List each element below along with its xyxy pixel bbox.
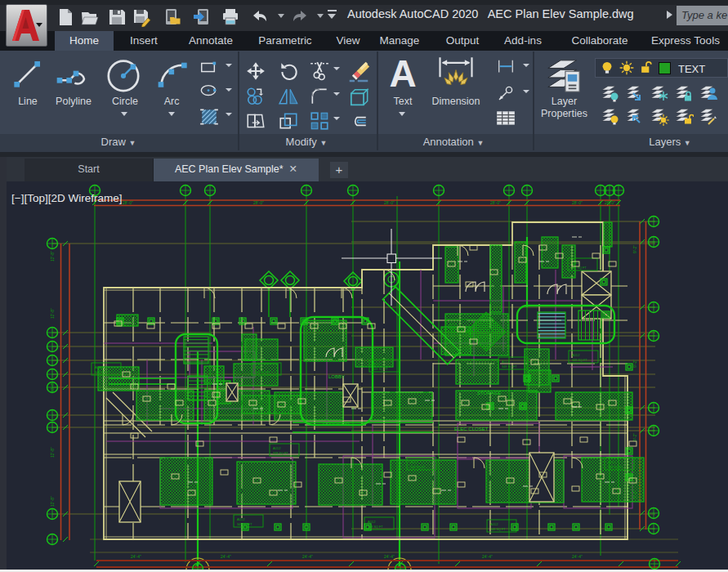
svg-text:24'-4": 24'-4" bbox=[131, 554, 141, 559]
svg-text:28'-0": 28'-0" bbox=[123, 200, 133, 205]
svg-text:ELEC CLOSET: ELEC CLOSET bbox=[454, 427, 489, 431]
svg-text:24'-4": 24'-4" bbox=[302, 554, 313, 559]
svg-text:A112: A112 bbox=[368, 520, 376, 524]
svg-text:348 SQ FT: 348 SQ FT bbox=[255, 371, 270, 374]
svg-text:24'-4": 24'-4" bbox=[482, 554, 493, 559]
svg-text:12'-8": 12'-8" bbox=[50, 382, 55, 392]
svg-text:28'-0": 28'-0" bbox=[572, 200, 583, 205]
svg-text:28'-0": 28'-0" bbox=[490, 200, 501, 205]
svg-text:9'-2": 9'-2" bbox=[632, 433, 637, 441]
svg-text:A112: A112 bbox=[490, 522, 498, 526]
svg-text:24'-4": 24'-4" bbox=[572, 554, 583, 559]
svg-text:28'-0": 28'-0" bbox=[605, 200, 615, 205]
svg-text:A112: A112 bbox=[410, 460, 418, 464]
svg-text:24'-4": 24'-4" bbox=[384, 554, 395, 559]
svg-text:A112: A112 bbox=[255, 365, 263, 369]
svg-text:[−][Top][2D Wireframe]: [−][Top][2D Wireframe] bbox=[11, 192, 122, 204]
svg-text:348 SQ FT: 348 SQ FT bbox=[373, 368, 388, 371]
svg-text:A112: A112 bbox=[449, 322, 458, 326]
svg-text:9'-2": 9'-2" bbox=[632, 245, 637, 253]
svg-text:348 SQ FT: 348 SQ FT bbox=[410, 466, 426, 469]
svg-text:348 SQ FT: 348 SQ FT bbox=[572, 359, 587, 362]
svg-text:24'-4": 24'-4" bbox=[221, 554, 231, 559]
svg-text:A112: A112 bbox=[571, 261, 579, 265]
svg-text:12'-8": 12'-8" bbox=[50, 447, 55, 458]
svg-text:A112: A112 bbox=[502, 360, 510, 364]
svg-text:348 SQ FT: 348 SQ FT bbox=[502, 365, 517, 369]
svg-text:348 SQ FT: 348 SQ FT bbox=[608, 466, 623, 469]
svg-text:28'-0": 28'-0" bbox=[384, 200, 395, 205]
svg-text:28'-0": 28'-0" bbox=[253, 200, 264, 205]
svg-text:12'-8": 12'-8" bbox=[50, 496, 55, 507]
svg-text:A112: A112 bbox=[572, 353, 580, 357]
svg-text:A112: A112 bbox=[373, 362, 381, 366]
svg-text:A112: A112 bbox=[273, 446, 281, 450]
svg-text:348 SQ FT: 348 SQ FT bbox=[490, 528, 506, 531]
svg-text:CORRIDOR: CORRIDOR bbox=[323, 422, 350, 427]
svg-text:12'-8": 12'-8" bbox=[50, 251, 55, 261]
svg-text:348 SQ FT: 348 SQ FT bbox=[273, 452, 288, 455]
svg-text:LOBBY: LOBBY bbox=[328, 374, 345, 379]
svg-text:A112: A112 bbox=[237, 517, 245, 521]
svg-text:12'-8": 12'-8" bbox=[50, 308, 55, 319]
svg-text:STORAGE: STORAGE bbox=[477, 391, 501, 395]
svg-text:348 SQ FT: 348 SQ FT bbox=[368, 525, 383, 529]
svg-text:A112: A112 bbox=[608, 460, 616, 464]
svg-text:348 SQ FT: 348 SQ FT bbox=[95, 371, 110, 374]
svg-text:9'-2": 9'-2" bbox=[632, 360, 637, 368]
svg-text:A112: A112 bbox=[95, 365, 103, 369]
